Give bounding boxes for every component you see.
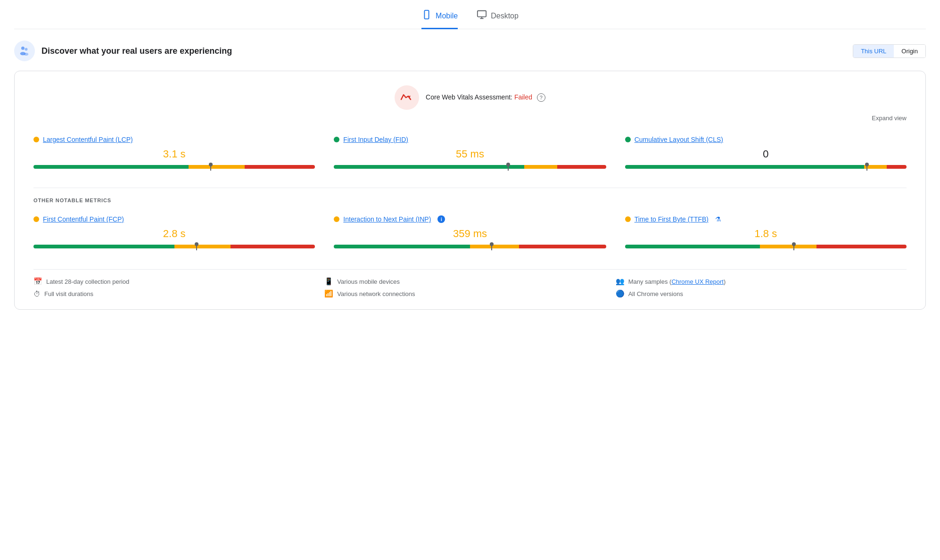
info-badge[interactable]: i — [437, 215, 445, 223]
bar-red — [816, 245, 907, 248]
expand-row: Expand view — [33, 115, 907, 122]
svg-rect-2 — [478, 11, 486, 17]
progress-track — [334, 245, 606, 248]
metric-label-row: Time to First Byte (TTFB) ⚗ — [625, 215, 907, 223]
assessment-header: Core Web Vitals Assessment: Failed ? — [33, 85, 907, 110]
marker-pin — [196, 243, 197, 250]
metric-dot — [625, 137, 631, 142]
metric-value-fid: 55 ms — [334, 148, 606, 160]
marker-pin — [793, 243, 794, 250]
footer-item-4: 📶 Various network connections — [324, 289, 615, 298]
avatar — [14, 41, 35, 61]
bar-orange — [189, 165, 245, 169]
metric-value-cls: 0 — [625, 148, 907, 160]
bar-red — [245, 165, 315, 169]
footer-text-2: Many samples (Chrome UX Report) — [628, 278, 726, 285]
bar-green — [625, 165, 865, 169]
origin-button[interactable]: Origin — [894, 45, 925, 58]
metric-dot — [334, 137, 339, 142]
metric-label-row: Cumulative Layout Shift (CLS) — [625, 136, 907, 143]
footer-text-5: All Chrome versions — [628, 290, 683, 297]
metric-label-row: First Contentful Paint (FCP) — [33, 215, 315, 223]
assessment-text: Core Web Vitals Assessment: Failed ? — [426, 93, 545, 102]
metric-name-inp[interactable]: Interaction to Next Paint (INP) — [343, 215, 431, 223]
header-title: Discover what your real users are experi… — [41, 46, 232, 56]
footer-item-0: 📅 Latest 28-day collection period — [33, 277, 324, 286]
metric-value-ttfb: 1.8 s — [625, 228, 907, 240]
metric-value-fcp: 2.8 s — [33, 228, 315, 240]
metric-name-fcp[interactable]: First Contentful Paint (FCP) — [43, 215, 124, 223]
this-url-button[interactable]: This URL — [853, 45, 894, 58]
other-metrics-label: OTHER NOTABLE METRICS — [33, 198, 907, 203]
mobile-icon — [421, 9, 432, 22]
footer-item-3: ⏱ Full visit durations — [33, 289, 324, 298]
progress-track — [33, 245, 315, 248]
bar-red — [519, 245, 606, 248]
header-row: Discover what your real users are experi… — [14, 41, 926, 61]
footer-text-0: Latest 28-day collection period — [46, 278, 129, 285]
metric-cell-lcp: Largest Contentful Paint (LCP) 3.1 s — [33, 131, 324, 178]
footer-grid: 📅 Latest 28-day collection period 📱 Vari… — [33, 269, 907, 298]
bar-red — [231, 245, 315, 248]
progress-bar-lcp — [33, 165, 315, 169]
expand-link[interactable]: Expand view — [872, 115, 907, 122]
metric-name-cls[interactable]: Cumulative Layout Shift (CLS) — [635, 136, 723, 143]
footer-icon-4: 📶 — [324, 289, 333, 298]
metric-dot — [334, 216, 339, 222]
tab-bar: Mobile Desktop — [14, 9, 926, 29]
footer-icon-0: 📅 — [33, 277, 42, 286]
metric-name-fid[interactable]: First Input Delay (FID) — [343, 136, 408, 143]
bar-red — [887, 165, 907, 169]
footer-item-5: 🔵 All Chrome versions — [616, 289, 907, 298]
marker-pin — [491, 243, 492, 250]
metric-marker — [491, 243, 492, 250]
tab-desktop[interactable]: Desktop — [477, 9, 519, 29]
metric-cell-fcp: First Contentful Paint (FCP) 2.8 s — [33, 211, 324, 258]
metric-dot — [33, 216, 39, 222]
metric-marker — [210, 163, 211, 171]
footer-icon-2: 👥 — [616, 277, 625, 286]
tab-desktop-label: Desktop — [491, 12, 519, 20]
bar-green — [625, 245, 760, 248]
metric-cell-cls: Cumulative Layout Shift (CLS) 0 — [616, 131, 907, 178]
svg-point-8 — [24, 53, 28, 56]
progress-track — [334, 165, 606, 169]
metric-cell-fid: First Input Delay (FID) 55 ms — [324, 131, 615, 178]
progress-bar-ttfb — [625, 245, 907, 248]
marker-pin — [866, 163, 867, 171]
footer-text-4: Various network connections — [337, 290, 415, 297]
metric-dot — [33, 137, 39, 142]
metric-name-lcp[interactable]: Largest Contentful Paint (LCP) — [43, 136, 133, 143]
progress-bar-fid — [334, 165, 606, 169]
footer-icon-1: 📱 — [324, 277, 333, 286]
assessment-status: Failed — [514, 93, 532, 101]
progress-track — [625, 245, 907, 248]
metric-value-lcp: 3.1 s — [33, 148, 315, 160]
bar-green — [33, 165, 189, 169]
progress-track — [625, 165, 907, 169]
footer-link-2[interactable]: Chrome UX Report — [671, 278, 724, 285]
metric-label-row: Interaction to Next Paint (INP) i — [334, 215, 606, 223]
footer-item-2: 👥 Many samples (Chrome UX Report) — [616, 277, 907, 286]
help-icon[interactable]: ? — [537, 93, 545, 102]
header-left: Discover what your real users are experi… — [14, 41, 232, 61]
progress-bar-cls — [625, 165, 907, 169]
progress-bar-fcp — [33, 245, 315, 248]
metric-name-ttfb[interactable]: Time to First Byte (TTFB) — [635, 215, 709, 223]
metric-marker — [793, 243, 794, 250]
tab-mobile[interactable]: Mobile — [421, 9, 458, 29]
bar-green — [33, 245, 174, 248]
assessment-icon — [395, 85, 419, 110]
metric-cell-inp: Interaction to Next Paint (INP) i 359 ms — [324, 211, 615, 258]
tab-mobile-label: Mobile — [436, 12, 458, 20]
bar-orange — [470, 245, 519, 248]
footer-icon-3: ⏱ — [33, 290, 41, 298]
url-toggle: This URL Origin — [853, 44, 926, 58]
bar-green — [334, 165, 524, 169]
bar-red — [557, 165, 606, 169]
marker-pin — [508, 163, 509, 171]
bar-orange — [760, 245, 816, 248]
main-card: Core Web Vitals Assessment: Failed ? Exp… — [14, 71, 926, 310]
assessment-label: Core Web Vitals Assessment: — [426, 93, 512, 101]
bar-orange — [524, 165, 557, 169]
